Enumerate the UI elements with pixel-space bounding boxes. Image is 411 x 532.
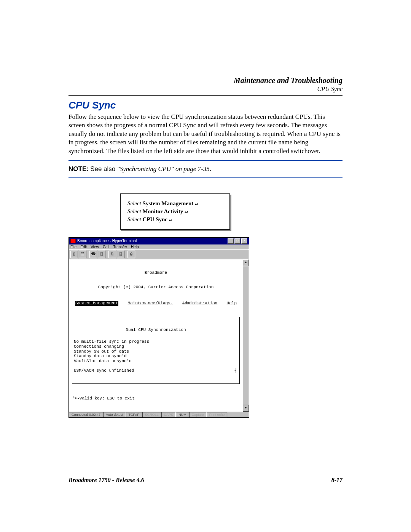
toolbar-separator bbox=[125, 251, 127, 258]
terminal-menu-help[interactable]: Help bbox=[227, 301, 237, 306]
note-reference-link[interactable]: "Synchronizing CPU" on page 7-35 bbox=[117, 165, 210, 173]
app-icon bbox=[70, 239, 76, 243]
menu-edit[interactable]: Edit bbox=[80, 245, 87, 249]
note-rule-top bbox=[68, 160, 342, 161]
step-item: CPU Sync bbox=[143, 216, 167, 222]
step-line: Select System Management ↵ bbox=[127, 200, 223, 208]
toolbar-separator bbox=[106, 251, 108, 258]
step-item: System Management bbox=[143, 200, 194, 206]
status-connected: Connected 0:02:47 bbox=[69, 412, 103, 417]
menu-view[interactable]: View bbox=[91, 245, 99, 249]
status-protocol: TCP/IP bbox=[126, 412, 142, 417]
status-capture: Capture bbox=[189, 412, 207, 417]
menu-file[interactable]: File bbox=[70, 245, 76, 249]
body-paragraph: Follow the sequence below to view the CP… bbox=[68, 113, 342, 155]
scrollbar-track[interactable] bbox=[243, 266, 249, 405]
terminal-menu-system-management[interactable]: System Management bbox=[75, 301, 118, 306]
terminal-output-line: No multi-file sync in progress bbox=[74, 339, 149, 344]
status-num: NUM bbox=[176, 412, 189, 417]
header-rule bbox=[68, 95, 342, 96]
toolbar-receive-icon[interactable]: ⍇ bbox=[117, 251, 124, 258]
chapter-title: Maintenance and Troubleshooting bbox=[68, 76, 342, 85]
scroll-down-icon[interactable]: ▼ bbox=[243, 405, 249, 412]
terminal-output-line: Standby data unsync'd bbox=[74, 354, 127, 358]
terminal-footer-hint: └>-Valid key: ESC to exit bbox=[72, 396, 240, 401]
note-see-also: See also bbox=[90, 165, 115, 173]
toolbar-properties-icon[interactable]: ⎙ bbox=[127, 251, 135, 258]
toolbar-disconnect-icon[interactable]: ⌸ bbox=[98, 251, 105, 258]
section-subtitle: CPU Sync bbox=[68, 86, 342, 93]
note-line: NOTE: See also "Synchronizing CPU" on pa… bbox=[68, 165, 342, 173]
step-select-word: Select bbox=[127, 216, 141, 222]
toolbar-call-icon[interactable]: ☎ bbox=[89, 251, 97, 258]
section-heading: CPU Sync bbox=[68, 99, 342, 111]
terminal-banner-line: Copyright (c) 2004, Carrier Access Corpo… bbox=[71, 285, 241, 290]
status-auto-detect: Auto detect bbox=[103, 412, 126, 417]
hyperterminal-window: Bmore compliance - HyperTerminal _ □ × F… bbox=[68, 237, 249, 418]
terminal-menu-maintenance[interactable]: Maintenance/Diags. bbox=[128, 301, 173, 306]
window-minimize-button[interactable]: _ bbox=[228, 238, 234, 244]
toolbar-open-icon[interactable]: ☳ bbox=[79, 251, 86, 258]
terminal-menu-row: System Management Maintenance/Diags. Adm… bbox=[71, 301, 241, 306]
footer-page-number: 8-17 bbox=[331, 477, 342, 484]
window-close-button[interactable]: × bbox=[241, 238, 247, 244]
note-rule-bottom bbox=[68, 177, 342, 178]
terminal-divider-glyph: ┤ bbox=[234, 368, 237, 373]
note-label: NOTE: bbox=[68, 165, 89, 173]
step-select-word: Select bbox=[127, 208, 141, 214]
menu-help[interactable]: Help bbox=[131, 245, 139, 249]
toolbar-separator bbox=[87, 251, 89, 258]
terminal-banner-line: Broadmore bbox=[71, 270, 241, 275]
return-icon: ↵ bbox=[185, 209, 188, 215]
terminal-box-title: Dual CPU Synchronization bbox=[74, 328, 238, 332]
page-footer: Broadmore 1750 - Release 4.6 8-17 bbox=[68, 475, 342, 484]
menu-call[interactable]: Call bbox=[103, 245, 109, 249]
terminal-output-line: Standby SW out of date bbox=[74, 349, 129, 354]
window-statusbar: Connected 0:02:47 Auto detect TCP/IP SCR… bbox=[69, 412, 249, 417]
note-period: . bbox=[210, 165, 211, 173]
menu-transfer[interactable]: Transfer bbox=[113, 245, 127, 249]
step-line: Select CPU Sync ↵ bbox=[127, 216, 223, 224]
step-item: Monitor Activity bbox=[143, 208, 183, 214]
status-scroll: SCROLL bbox=[142, 412, 161, 417]
step-select-word: Select bbox=[127, 200, 141, 206]
window-title: Bmore compliance - HyperTerminal bbox=[77, 239, 137, 243]
window-toolbar: ▯ ☳ ☎ ⌸ ⎘ ⍇ ⎙ bbox=[69, 249, 249, 259]
window-menubar: File Edit View Call Transfer Help bbox=[69, 244, 249, 249]
toolbar-send-icon[interactable]: ⎘ bbox=[108, 251, 116, 258]
document-page: Maintenance and Troubleshooting CPU Sync… bbox=[0, 0, 411, 529]
terminal-output-line: USM/VACM sync unfinished bbox=[74, 368, 134, 373]
terminal-output-line: Connections changing bbox=[74, 344, 124, 349]
scroll-up-icon[interactable]: ▲ bbox=[243, 259, 249, 266]
terminal-inner-box: Dual CPU Synchronization No multi-file s… bbox=[72, 317, 240, 384]
footer-product: Broadmore 1750 - Release 4.6 bbox=[68, 477, 144, 484]
status-print-echo: Print echo bbox=[207, 412, 228, 417]
terminal-output-line: VaultSlot data unsync'd bbox=[74, 359, 132, 363]
window-maximize-button[interactable]: □ bbox=[234, 238, 241, 244]
window-titlebar[interactable]: Bmore compliance - HyperTerminal _ □ × bbox=[69, 238, 249, 244]
step-line: Select Monitor Activity ↵ bbox=[127, 208, 223, 216]
status-caps: CAPS bbox=[161, 412, 176, 417]
steps-box: Select System Management ↵ Select Monito… bbox=[120, 193, 230, 230]
return-icon: ↵ bbox=[169, 217, 172, 223]
toolbar-new-icon[interactable]: ▯ bbox=[70, 251, 78, 258]
return-icon: ↵ bbox=[195, 201, 198, 207]
terminal-client-area[interactable]: Broadmore Copyright (c) 2004, Carrier Ac… bbox=[69, 259, 243, 412]
vertical-scrollbar[interactable]: ▲ ▼ bbox=[243, 259, 249, 412]
terminal-menu-administration[interactable]: Administration bbox=[182, 301, 217, 306]
